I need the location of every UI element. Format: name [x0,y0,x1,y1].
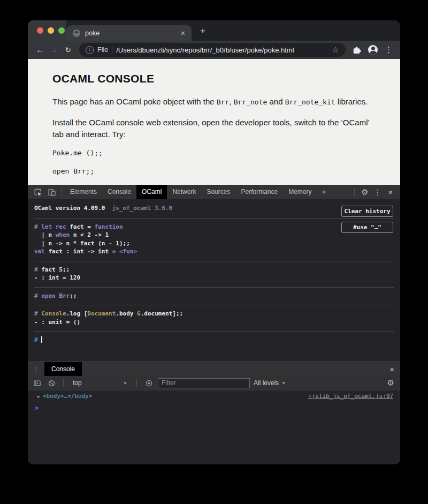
minimize-window-button[interactable] [48,27,54,34]
devtools-tab-elements[interactable]: Elements [65,185,102,199]
ocaml-console-panel: OCaml version 4.09.0 js_of_ocaml 3.6.0 #… [28,199,400,362]
console-drawer: ⋮ Console × top ▼ [28,362,400,464]
back-icon[interactable]: ← [33,45,47,55]
forward-icon[interactable]: → [47,45,61,55]
devtools-more-tabs-icon[interactable]: » [317,185,332,199]
page-content: OCAML CONSOLE This page has an OCaml pok… [28,59,400,185]
page-title: OCAML CONSOLE [52,72,376,85]
code-line: # fact 5;; [34,266,394,274]
console-prompt-chevron[interactable]: > [28,402,400,412]
toolbar-divider [354,188,355,197]
devtools-tab-console[interactable]: Console [102,185,136,199]
console-sidebar-toggle-icon[interactable] [32,378,42,388]
browser-menu-icon[interactable]: ⋮ [385,45,393,55]
jsoo-version-label: js_of_ocaml 3.6.0 [112,204,172,213]
profile-avatar-icon[interactable] [368,45,378,55]
install-paragraph: Install the OCaml console web extension,… [52,117,376,140]
browser-tab-poke[interactable]: poke × [66,25,192,41]
chevron-down-icon: ▼ [123,381,127,386]
page-info-icon[interactable]: i [86,46,94,54]
devtools-tab-sources[interactable]: Sources [201,185,235,199]
code-line: - : int = 120 [34,274,394,282]
devtools-toolbar-actions: ⚙ ⋮ × [351,187,397,197]
frame-context-value: top [73,379,82,387]
drawer-menu-icon[interactable]: ⋮ [28,365,44,373]
code-line: | n when n < 2 -> 1 [34,231,394,239]
ocaml-version-label: OCaml version 4.09.0 [34,204,105,213]
tab-title: poke [85,29,100,37]
window-controls [37,27,65,34]
ocaml-entry-fact-5: # fact 5;; - : int = 120 [34,261,394,287]
drawer-tab-console[interactable]: Console [44,362,82,376]
device-toolbar-icon[interactable] [45,185,59,199]
url-bar[interactable]: i File /Users/dbuenzli/sync/repos/brr/_b… [79,43,346,57]
devtools-tab-performance[interactable]: Performance [235,185,283,199]
toolbar-divider [136,379,137,387]
ocaml-entry-console-log: # Console.log [Document.body G.document]… [34,305,394,331]
url-divider [112,46,112,54]
drawer-close-icon[interactable]: × [384,365,400,374]
tab-favicon-icon [73,29,80,37]
frame-context-select[interactable]: top ▼ [70,379,130,387]
url-text[interactable]: /Users/dbuenzli/sync/repos/brr/_b0/b/use… [116,46,294,54]
log-levels-value: All levels [254,379,279,387]
extensions-puzzle-icon[interactable] [352,46,361,55]
devtools-close-icon[interactable]: × [384,187,397,197]
code-line: # open Brr;; [34,292,394,300]
reload-icon[interactable]: ↻ [61,46,75,54]
devtools-tab-ocaml[interactable]: OCaml [136,185,167,199]
clear-console-icon[interactable] [46,378,57,388]
code-line: val fact : int -> int = <fun> [34,247,394,256]
code-line: | n -> n * fact (n - 1);; [34,239,394,248]
clear-history-button[interactable]: Clear history [341,206,393,217]
browser-window: poke × + ← → ↻ i File /Users/dbuenzli/sy… [28,20,400,464]
prompt-line[interactable]: # [34,336,394,344]
console-message-row[interactable]: ▶<body>…</body> +jslib_js_of_ocaml.js:97 [28,390,400,402]
bookmark-star-icon[interactable]: ☆ [332,45,339,55]
console-settings-gear-icon[interactable]: ⚙ [387,378,396,388]
zoom-window-button[interactable] [58,27,65,34]
ocaml-version-row: OCaml version 4.09.0 js_of_ocaml 3.6.0 [34,199,394,218]
ocaml-panel-buttons: Clear history #use "…" [341,206,393,233]
use-file-button[interactable]: #use "…" [341,222,393,233]
devtools-settings-gear-icon[interactable]: ⚙ [358,187,371,197]
devtools-tab-memory[interactable]: Memory [283,185,317,199]
chevron-down-icon: ▼ [281,381,286,386]
devtools-tab-network[interactable]: Network [167,185,201,199]
live-expression-eye-icon[interactable] [143,378,154,388]
code-snippet-poke: Poke.me ();; [52,149,376,157]
ocaml-entry-open-brr: # open Brr;; [34,287,394,305]
new-tab-button[interactable]: + [200,26,205,35]
code-line: - : unit = () [34,318,394,327]
console-message-body-element[interactable]: ▶<body>…</body> [37,393,93,400]
ocaml-entry-fact-def: # let rec fact = function | n when n < 2… [34,218,394,261]
console-source-link[interactable]: +jslib_js_of_ocaml.js:97 [308,393,393,400]
code-line: # let rec fact = function [34,223,394,231]
drawer-tabrow: ⋮ Console × [28,362,400,376]
log-levels-select[interactable]: All levels ▼ [254,379,286,387]
devtools-tabbar: Elements Console OCaml Network Sources P… [28,185,400,199]
address-toolbar: ← → ↻ i File /Users/dbuenzli/sync/repos/… [28,41,400,59]
titlebar: poke × + [28,20,400,41]
code-snippet-open: open Brr;; [52,167,376,175]
tab-close-icon[interactable]: × [181,29,185,37]
close-window-button[interactable] [37,27,43,34]
console-toolbar: top ▼ All levels ▼ ⚙ [28,376,400,390]
browser-action-icons: ⋮ [350,45,395,55]
intro-paragraph: This page has an OCaml poke object with … [52,96,376,108]
devtools-menu-icon[interactable]: ⋮ [372,188,383,197]
toolbar-divider [62,188,62,197]
toolbar-divider [63,379,64,387]
ocaml-input-prompt[interactable]: # [34,331,394,349]
code-line: # Console.log [Document.body G.document]… [34,310,394,318]
console-filter-input[interactable] [158,378,250,388]
file-scheme-label: File [97,46,108,54]
inspect-element-icon[interactable] [31,185,45,199]
